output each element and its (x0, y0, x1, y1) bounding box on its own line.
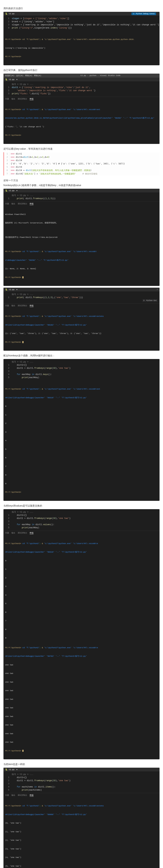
terminal-tab-active[interactable]: 终端 (30, 304, 33, 307)
terminal-tab[interactable]: 问题 (5, 304, 9, 307)
terminal-line: {1: ('one', 'two', 'three'), 2: ('one', … (5, 332, 158, 335)
terminal-line: 0 (5, 405, 158, 408)
terminal-line: ('fishc: ', 'it can change word ') (5, 125, 158, 128)
menu-item[interactable]: 帮助(H) (34, 74, 41, 77)
section-title-1: 用列表的方法进行 (3, 7, 160, 10)
code-area-8[interactable]: 练习 > t2.py > ... 1 dict1={} 2 dict1 = di… (3, 772, 160, 793)
code-area-7[interactable]: 练习 > t2.py > ... 1 dict1={} 2 dict1 = di… (3, 509, 160, 531)
tab-label: t2.py (9, 190, 14, 192)
menu-item[interactable]: 标题栏(M) (5, 74, 14, 77)
terminal-tab[interactable]: 输出 (11, 304, 15, 307)
code-area-2[interactable]: 练习 > t2.py > ... 1dict1 = {'lining':'eve… (3, 82, 160, 97)
terminal-tab-active[interactable]: 终端 (30, 98, 33, 100)
editor-block-8: 🐍 t2.py ● 练习 > t2.py > ... 1 dict1={} 2 … (3, 768, 160, 868)
section-title-4: 还有一个方法 (3, 179, 160, 182)
code-area-1[interactable]: 1slogan = [slogan = ['lining','adidas','… (3, 16, 160, 31)
terminal-line: lining's ('everting is impossible') (5, 47, 158, 50)
terminal-line: PS F:\python3> █ (5, 341, 158, 344)
section-title-3: 还可以通过key:value，等等其他方法进行传递 (3, 147, 160, 151)
terminal-line: nFiles\lib\python\debugpy\launcher' '507… (5, 655, 158, 658)
terminal-line: PS F:\python3> (5, 491, 158, 494)
terminal-5[interactable]: PS F:\python3> cd 'f:\python3'; & 'c:\py… (3, 308, 160, 351)
terminal-tab[interactable]: 问题 (5, 203, 9, 205)
terminal-line: 9 (5, 482, 158, 485)
terminal-tab-active[interactable]: 终端 (30, 794, 33, 797)
terminal-tab[interactable]: 问题 (5, 532, 9, 534)
terminal-line: nFiles\lib\python\debugpy\launcher' '508… (5, 813, 158, 816)
python-ext-tag: 2: Python Ext (142, 299, 158, 302)
terminal-6[interactable]: PS F:\python3> cd 'f:\python3'; & 'c:\py… (3, 380, 160, 501)
editor-block-7: 练习 > t2.py > ... 1 dict1={} 2 dict1 = di… (3, 509, 160, 760)
section-title-7: 当然item也是一样的 (3, 763, 160, 766)
terminal-tab[interactable]: 输出 (11, 98, 15, 100)
terminal-line: 4 (5, 439, 158, 442)
terminal-tab[interactable]: 调试控制台 (18, 203, 27, 205)
tab-icon: 🐍 (5, 13, 8, 15)
section-title-6: 当然keys和values是可以随意交换的 (3, 504, 160, 507)
tab-label: t2.py (9, 769, 14, 771)
run-button[interactable]: 1: Python Debug Conso (131, 12, 156, 15)
editor-block-6: 练习 > t2.py > ... 1 dict1={} 2 dict1 = di… (3, 359, 160, 501)
terminal-tab[interactable]: 输出 (11, 203, 15, 205)
terminal-line: 0 (5, 559, 158, 562)
terminal-tab[interactable]: 问题 (5, 98, 9, 100)
terminal-line: one two (5, 689, 158, 692)
terminal-line: (2, 'one two') (5, 839, 158, 842)
close-icon[interactable]: ✕ (157, 288, 158, 290)
menu-item[interactable]: 运行(R) (16, 74, 24, 77)
terminal-line: 8 (5, 473, 158, 476)
tab-icon: 🐍 (5, 769, 8, 771)
tab-label: t2.py (9, 13, 14, 15)
terminal-line: (3, 'one two') (5, 847, 158, 850)
editor-tab[interactable]: 🐍 t2.py ● ✕ (3, 288, 160, 291)
terminal-tab[interactable]: 输出 (11, 532, 15, 534)
terminal-tab-active[interactable]: 终端 (30, 532, 33, 534)
terminal-line: Windows PowerShell (5, 213, 158, 216)
terminal-7[interactable]: PS F:\python3> cd 'f:\python3'; & 'c:\py… (3, 535, 160, 760)
terminal-tabs: 问题 输出 调试控制台 终端 (3, 97, 160, 101)
code-area-4[interactable]: 练习 > t2.py > ... 1 print( dict1.fromkeys… (3, 192, 160, 202)
code-area-6[interactable]: 练习 > t2.py > ... 1 dict1={} 2 dict1 = di… (3, 359, 160, 380)
terminal-line: 6 (5, 611, 158, 614)
editor-tab[interactable]: 🐍 t2.py ● (3, 189, 160, 192)
section-title-5: 配合fromkeys这个函数，利用for循环进行输出： (3, 354, 160, 357)
terminal-line: 9 (5, 637, 158, 640)
tab-icon: 🐍 (5, 190, 8, 192)
modified-dot-icon: ● (16, 288, 18, 290)
terminal-line: one two (5, 681, 158, 684)
terminal-8[interactable]: PS F:\python3> cd 'f:\python3'; & 'c:\py… (3, 797, 160, 868)
terminal-tab[interactable]: 调试控制台 (18, 98, 27, 100)
terminal-1[interactable]: PS F:\python3> cd 'f:\python3'; & 'c:\py… (3, 31, 160, 65)
editor-tab[interactable]: 🐍 t2.py ● (3, 78, 160, 82)
editor-block-1: 🐍 t2.py 1: Python Debug Conso 1slogan = … (3, 12, 160, 65)
terminal-tab[interactable]: 输出 (11, 794, 15, 797)
terminal-line: 1 (5, 413, 158, 416)
terminal-line: one two (5, 741, 158, 744)
terminal-line: 7 (5, 619, 158, 622)
terminal-2[interactable]: PS F:\python3> cd 'f:\python3'; & 'c:\py… (3, 101, 160, 144)
editor-block-4: 🐍 t2.py ● 练习 > t2.py > ... 1 print( dict… (3, 189, 160, 286)
terminal-line: 1 (5, 568, 158, 571)
terminal-line: ensions\ms-python.python-2019.11.50794\p… (5, 117, 158, 120)
menu-item[interactable]: 帮助(H) (25, 74, 32, 77)
terminal-tab[interactable]: 调试控制台 (18, 532, 27, 534)
terminal-line: one two (5, 715, 158, 718)
terminal-tab[interactable]: 调试控制台 (18, 794, 27, 797)
terminal-line: 2 (5, 422, 158, 425)
terminal-tabs: 问题 输出 调试控制台 终端 (3, 304, 160, 308)
terminal-line: 3 (5, 585, 158, 588)
terminal-tab[interactable]: 问题 (5, 794, 9, 797)
terminal-tab-active[interactable]: 终端 (30, 203, 33, 205)
editor-tab[interactable]: 🐍 t2.py 1: Python Debug Conso (3, 12, 160, 16)
terminal-line: one two (5, 706, 158, 709)
terminal-line: (4, 'one two') (5, 856, 158, 859)
terminal-line: {1: None, 2: None, 3: None} (5, 267, 158, 270)
terminal-line: 4 (5, 594, 158, 597)
terminal-4[interactable]: Windows PowerShell 版权所有 (C) Microsoft Co… (3, 206, 160, 286)
terminal-tab[interactable]: 调试控制台 (18, 304, 27, 307)
code-area-5[interactable]: 练习 > t2.py > ... 1 print( dict1.fromkeys… (3, 291, 160, 304)
editor-tab[interactable]: 🐍 t2.py ● (3, 768, 160, 772)
terminal-line: PS F:\python3> (5, 55, 158, 58)
tab-label: t2.py (9, 79, 14, 81)
terminal-line: 版权所有 (C) Microsoft Corporation。保留所有权利。 (5, 221, 158, 224)
